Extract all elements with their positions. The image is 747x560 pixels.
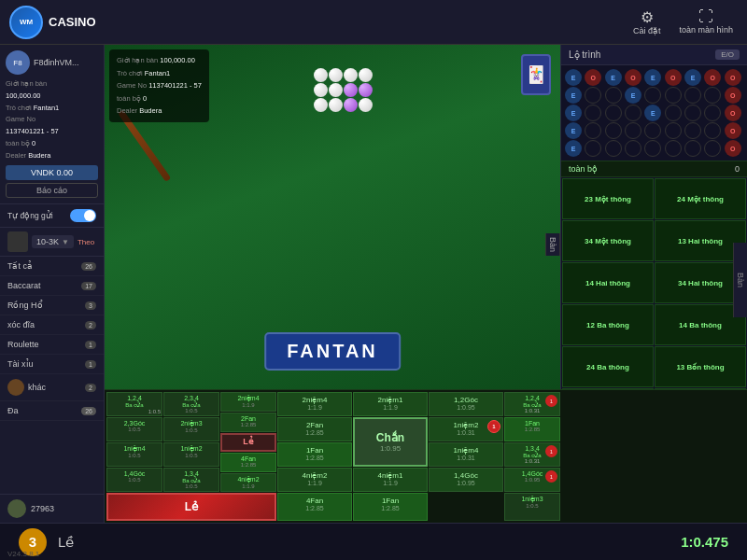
avatar: F8 (6, 50, 30, 75)
sidebar-item-roulette[interactable]: Roulette1 (0, 335, 104, 355)
sidebar-item-da[interactable]: Đa26 (0, 401, 104, 421)
auto-bet-label: Tự động gửi (7, 211, 53, 220)
bottom-label: Lề (58, 534, 74, 551)
user-score: 27963 (31, 504, 54, 513)
nav-list: Tất cả26 Baccarat17 Rồng Hổ3 xóc đĩa2 Ro… (0, 257, 104, 494)
fantan-logo: FANTAN (264, 332, 401, 371)
bet-12-ba-thong[interactable]: 12 Ba thông (562, 304, 654, 345)
bet-cell-1-3-4[interactable]: 1,3,4Ba cửa 1:0.5 (163, 468, 219, 492)
version-label: V24.3.8.1 (7, 550, 39, 558)
username: F8đinhVM... (34, 58, 79, 67)
fullscreen-button[interactable]: ⛶ toàn màn hình (679, 8, 733, 35)
bet-cell-2niem4-large[interactable]: 2niệm41:1.9 (277, 392, 352, 416)
balance-button[interactable]: VNDK 0.00 (6, 165, 98, 180)
bet-cell-1niem3[interactable]: 1niệm31:0.5 (504, 493, 560, 521)
logo-circle: WM (9, 6, 43, 39)
bet-34-mot-thong[interactable]: 34 Một thông (562, 220, 654, 261)
bottom-avatar (7, 499, 26, 518)
bet-cell-2fan[interactable]: 2Fan1:2.85 (220, 413, 276, 432)
chip-range-selector[interactable]: 10-3K ▼ (32, 235, 74, 248)
ban-side-label: Bàn (545, 233, 560, 256)
bet-cell-2niem4-main[interactable]: 2niệm41:1.9 (220, 392, 276, 412)
betting-grid: 1,2,4Ba cửa 1:0.5 2,3Góc1:0.5 1niệm41:0.… (105, 389, 747, 523)
toan-bo-value: 0 (735, 164, 740, 174)
card-icon: 🃏 (521, 54, 551, 95)
bet-cell-2-3-4[interactable]: 2,3,4Ba cửa 1:0.5 (163, 392, 219, 416)
settings-button[interactable]: ⚙ Cài đặt (633, 8, 661, 35)
bet-cell-4fan-main[interactable]: 4Fan 1:2.85 (277, 493, 352, 521)
auto-bet-toggle[interactable] (70, 209, 96, 222)
bet-cell-le-big[interactable]: Lẻ (106, 493, 276, 521)
score-grid: E O E O E O E O O E E (561, 65, 747, 161)
bet-cell-2fan-large[interactable]: 2Fan1:2.85 (277, 417, 352, 441)
game-center: Giới hạn bàn 100,000.00 Trò chơi Fantan1… (105, 45, 747, 523)
bet-cell-le-section[interactable]: Lẻ (220, 433, 276, 453)
follow-label: Theo (78, 238, 94, 246)
bet-cell-2-3-goc[interactable]: 2,3Góc1:0.5 (106, 417, 162, 441)
bottom-odds: 1:0.475 (681, 534, 728, 550)
bet-14-hai-thong[interactable]: 14 Hai thông (562, 262, 654, 303)
bet-24-mot-thong[interactable]: 24 Một thông (655, 178, 746, 219)
user-details: Giới hạn bàn 100,000.00 Trò chơi Fantan1… (6, 78, 98, 161)
bet-cell-4niem1-b[interactable]: 4niệm11:1.9 (353, 468, 428, 492)
game-video: Giới hạn bàn 100,000.00 Trò chơi Fantan1… (105, 45, 560, 389)
sidebar-item-all[interactable]: Tất cả26 (0, 257, 104, 276)
bet-cell-4niem2-large[interactable]: 4niệm21:1.9 (277, 468, 352, 492)
bet-cell-1-2-4-r[interactable]: 1,2,4Ba cửa 1 1:0.31 (504, 392, 560, 416)
bet-cell-1niem2-c[interactable]: 1niệm21:0.31 1 (429, 417, 503, 441)
bet-cell-1-3-4-r[interactable]: 1,3,4Ba cửa 1 1:0.31 (504, 442, 560, 467)
score-panel: Lộ trình E/O E O E O E O E O O E (560, 45, 747, 389)
bet-cell-2niem3[interactable]: 2niệm31:0.5 (163, 417, 219, 441)
bottom-bar: 3 Lề 1:0.475 (0, 523, 747, 560)
bet-23-mot-thong[interactable]: 23 Một thông (562, 178, 654, 219)
nav-sub-icon (7, 231, 28, 252)
bet-cell-2niem1[interactable]: 2niệm11:1.9 (353, 392, 428, 416)
game-info-panel: Giới hạn bàn 100,000.00 Trò chơi Fantan1… (109, 49, 209, 122)
toan-bo-label: toàn bộ (569, 164, 598, 174)
sidebar: F8 F8đinhVM... Giới hạn bàn 100,000.00 T… (0, 45, 105, 523)
gear-icon: ⚙ (641, 8, 654, 26)
bet-cell-1fan-top[interactable]: 1Fan1:2.85 (277, 442, 352, 467)
ball-cluster (314, 68, 384, 112)
sidebar-item-xoc-dia[interactable]: xóc đĩa2 (0, 315, 104, 335)
score-title: Lộ trình (569, 49, 715, 60)
right-bet-grid: 23 Một thông 24 Một thông 34 Một thông 1… (561, 177, 747, 389)
ban-label: Bàn (733, 243, 747, 317)
bet-cell-1-2-4[interactable]: 1,2,4Ba cửa 1:0.5 (106, 392, 162, 416)
bet-cell-1-4-goc-left[interactable]: 1,4Góc1:0.5 (106, 468, 162, 492)
brand-name: CASINO (49, 15, 96, 29)
bet-cell-4fan-section[interactable]: 4Fan1:2.85 (220, 453, 276, 472)
sidebar-item-tai-xiu[interactable]: Tài xỉu1 (0, 355, 104, 374)
eo-badge: E/O (715, 49, 740, 60)
bet-cell-1niem4[interactable]: 1niệm41:0.5 (106, 442, 162, 467)
bet-cell-1fan-r[interactable]: 1Fan1:2.85 (504, 417, 560, 441)
bet-cell-1-4-goc-far[interactable]: 1,4Góc1:0.95 1 (504, 468, 560, 492)
sidebar-item-baccarat[interactable]: Baccarat17 (0, 276, 104, 296)
bet-cell-1-4-goc-r[interactable]: 1,4Góc1:0.95 (429, 468, 503, 492)
bet-cell-1fan-bottom[interactable]: 1Fan 1:2.85 (353, 493, 428, 521)
bet-cell-1-2-goc[interactable]: 1,2Góc1:0.95 (429, 392, 503, 416)
bet-cell-4niem2[interactable]: 4niệm21:1.9 (220, 473, 276, 492)
report-button[interactable]: Báo cáo (6, 183, 98, 198)
bet-13-bon-thong[interactable]: 13 Bốn thông (655, 346, 746, 387)
logo: WM CASINO (0, 6, 107, 39)
bet-cell-1niem4-c[interactable]: 1niệm41:0.31 (429, 442, 503, 467)
sidebar-item-khac[interactable]: khác 2 (0, 374, 104, 401)
bet-cell-1niem2-b[interactable]: 1niệm21:0.5 (163, 442, 219, 467)
bet-24-ba-thong[interactable]: 24 Ba thông (562, 346, 654, 387)
sidebar-item-rong-ho[interactable]: Rồng Hổ3 (0, 296, 104, 315)
chevron-down-icon: ▼ (62, 238, 69, 246)
bet-cell-chan-main[interactable]: Chắn 1:0.95 (353, 417, 428, 467)
header-controls: ⚙ Cài đặt ⛶ toàn màn hình (633, 8, 747, 35)
fullscreen-icon: ⛶ (698, 8, 713, 25)
